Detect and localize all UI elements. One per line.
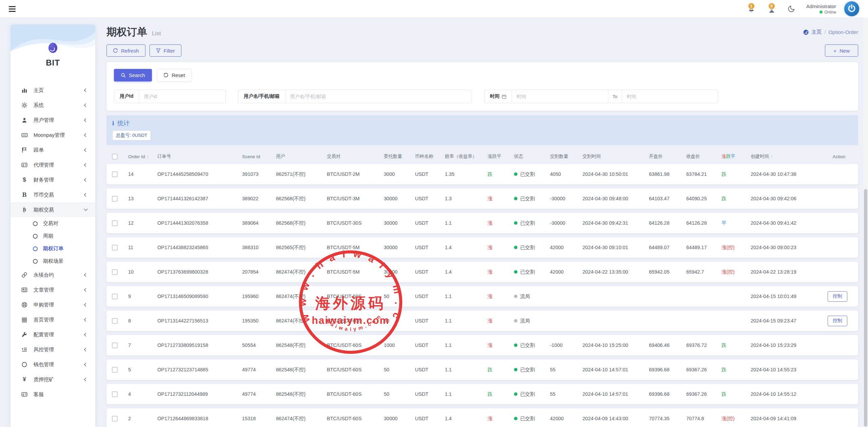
total-pnl-badge: 总盈亏: 0USDT — [112, 130, 151, 141]
amount-cell: 30000 — [384, 245, 415, 250]
delivery-time-cell: 2024-04-30 09:10:01 — [583, 245, 649, 250]
breadcrumb-home-link[interactable]: 主页 — [803, 29, 822, 35]
status-cell: 已交割 — [514, 391, 550, 397]
breadcrumb-current: Option-Order — [828, 29, 858, 35]
filter-button[interactable]: Filter — [150, 44, 181, 57]
hamburger-menu-icon[interactable] — [9, 6, 16, 12]
notification-bell-icon[interactable]: 1 — [747, 4, 756, 14]
row-checkbox[interactable] — [112, 391, 118, 397]
pair-cell: BTC/USDT-60S — [327, 391, 384, 397]
sidebar-item-2[interactable]: 系统 — [11, 98, 95, 113]
status-cell: 已交割 — [514, 415, 550, 422]
coin-cell: USDT — [415, 196, 445, 201]
close-price-cell: 69367.26 — [686, 367, 722, 372]
column-header-13: 开盘价 — [649, 153, 686, 160]
lifering-icon — [21, 302, 28, 308]
refresh-button[interactable]: Refresh — [106, 44, 145, 57]
scrollbar-thumb[interactable] — [864, 189, 867, 427]
new-button[interactable]: + New — [825, 44, 858, 57]
delivery-qty-cell: 55 — [550, 367, 583, 372]
sidebar-item-7[interactable]: $财务管理 — [11, 172, 95, 187]
column-header-16[interactable]: 创建时间↑ — [751, 153, 823, 160]
dark-mode-toggle[interactable] — [787, 5, 795, 13]
sidebar-item-13[interactable]: 首页管理 — [11, 312, 95, 327]
sidebar-item-18[interactable]: 客服 — [11, 387, 95, 402]
dollar-icon: $ — [21, 177, 28, 183]
row-checkbox[interactable] — [112, 367, 118, 373]
rate-cell: 1.4 — [445, 245, 488, 250]
sidebar-item-15[interactable]: 风控管理 — [11, 342, 95, 357]
time-from-input[interactable] — [512, 94, 608, 99]
column-header-2: 订单号 — [157, 153, 242, 160]
user-cell: 862548(不控) — [276, 367, 327, 373]
column-header-10: 状态 — [514, 153, 550, 160]
status-cell: 已交割 — [514, 367, 550, 373]
sidebar-subitem-交易对[interactable]: 交易对 — [11, 217, 95, 230]
idcard-icon — [21, 391, 28, 397]
open-price-cell: 65942.05 — [649, 269, 686, 275]
user-menu[interactable]: Administrator Online — [806, 3, 836, 15]
row-checkbox[interactable] — [112, 269, 118, 275]
avatar[interactable] — [844, 1, 859, 16]
sidebar-item-4[interactable]: CCMoonpay管理 — [11, 128, 95, 143]
order-id-cell: 12 — [128, 220, 157, 226]
reset-icon — [163, 73, 169, 78]
sidebar-item-10[interactable]: 永续合约 — [11, 267, 95, 282]
control-button[interactable]: 控制 — [828, 291, 847, 302]
sidebar-item-14[interactable]: 配置管理 — [11, 327, 95, 342]
sidebar-subitem-周期[interactable]: 周期 — [11, 230, 95, 242]
delivery-time-cell: 2024-04-30 09:42:31 — [583, 220, 649, 226]
time-to-input[interactable] — [622, 94, 718, 99]
order-id-cell: 14 — [128, 171, 157, 177]
column-header-1[interactable]: Order Id↑ — [128, 154, 157, 159]
row-checkbox[interactable] — [112, 220, 118, 226]
rate-cell: 1.1 — [445, 220, 488, 226]
delivery-qty-cell: -30000 — [550, 196, 583, 201]
row-checkbox[interactable] — [112, 416, 118, 422]
rate-cell: 1.1 — [445, 318, 488, 323]
sidebar-item-label: 跟单 — [34, 147, 84, 153]
user-name-input[interactable] — [285, 94, 472, 99]
sidebar-item-1[interactable]: 主页 — [11, 83, 95, 98]
close-price-cell: 70774.8 — [686, 416, 722, 421]
power-logo-icon — [847, 4, 857, 14]
sidebar-item-12[interactable]: 申购管理 — [11, 297, 95, 312]
status-cell: 已交割 — [514, 171, 550, 178]
sidebar-item-11[interactable]: 文章管理 — [11, 282, 95, 297]
reset-button[interactable]: Reset — [157, 69, 191, 81]
search-button[interactable]: Search — [114, 69, 152, 81]
sidebar-item-6[interactable]: 代理管理 — [11, 157, 95, 172]
sidebar-item-5[interactable]: 跟单 — [11, 143, 95, 157]
close-price-cell: 69367.26 — [686, 391, 722, 397]
result-cell: 平 — [722, 220, 751, 226]
row-checkbox[interactable] — [112, 318, 118, 324]
open-price-cell: 64126.28 — [649, 220, 686, 226]
sidebar-item-8[interactable]: B币币交易 — [11, 187, 95, 202]
sidebar-item-9[interactable]: B期权交易 — [11, 202, 95, 217]
amount-cell: 30000 — [384, 220, 415, 226]
coin-cell: USDT — [415, 416, 445, 421]
row-checkbox[interactable] — [112, 294, 118, 299]
sidebar-subitem-期权订单[interactable]: 期权订单 — [11, 242, 95, 255]
row-checkbox[interactable] — [112, 171, 118, 177]
sidebar-item-16[interactable]: 钱包管理 — [11, 357, 95, 372]
row-checkbox[interactable] — [112, 196, 118, 202]
select-all-checkbox[interactable] — [112, 154, 118, 160]
news-icon — [21, 287, 28, 293]
order-id-cell: 4 — [128, 391, 157, 397]
row-checkbox[interactable] — [112, 245, 118, 250]
control-button[interactable]: 控制 — [828, 316, 847, 326]
sidebar-item-3[interactable]: 用户管理 — [11, 113, 95, 128]
chevron-left-icon — [84, 303, 87, 307]
sidebar-subitem-期权场景[interactable]: 期权场景 — [11, 255, 95, 267]
pair-cell: BTC/USDT-60S — [327, 294, 384, 299]
sort-arrow-icon: ↑ — [147, 154, 149, 159]
sidebar-item-17[interactable]: ¥质押挖矿 — [11, 372, 95, 387]
user-notification-icon[interactable]: 0 — [767, 4, 776, 14]
created-time-cell: 2024-04-10 14:55:12 — [751, 391, 823, 397]
btc-icon: B — [21, 207, 28, 213]
row-checkbox[interactable] — [112, 342, 118, 348]
sidebar-item-label: 钱包管理 — [34, 361, 84, 368]
user-id-input[interactable] — [139, 94, 225, 99]
sidebar-item-label: 质押挖矿 — [34, 376, 84, 383]
